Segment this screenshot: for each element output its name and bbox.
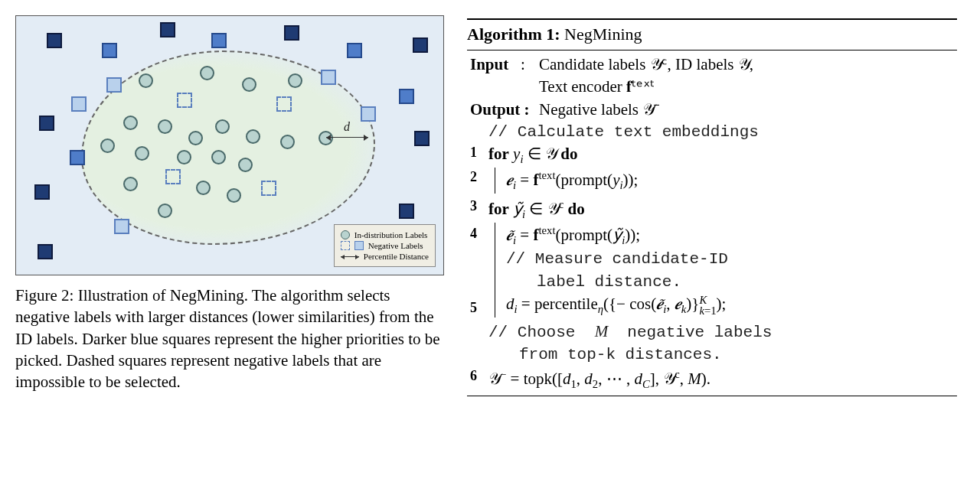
algo-rule-bottom bbox=[467, 396, 957, 396]
line-number: 5 bbox=[470, 298, 488, 318]
id-label-circle bbox=[139, 73, 153, 88]
negative-label-square bbox=[413, 37, 428, 53]
negative-label-square bbox=[211, 33, 227, 48]
id-label-circle bbox=[123, 177, 138, 191]
negative-label-square bbox=[284, 25, 299, 41]
algo-line-1: for yi ∈ 𝒴 do bbox=[488, 143, 577, 168]
id-label-circle bbox=[123, 116, 138, 130]
algo-comment-1: // Calculate text embeddings bbox=[488, 121, 759, 143]
algo-title-name: NegMining bbox=[564, 24, 642, 44]
negative-label-square bbox=[414, 131, 430, 146]
id-label-circle bbox=[158, 119, 172, 134]
algo-comment-3b: from top-k distances. bbox=[488, 344, 722, 366]
algo-rule-top bbox=[467, 18, 957, 20]
negmining-diagram: d In-distribution Labels Negative Labels… bbox=[15, 15, 444, 275]
algo-line-5: di = percentileη({− cos(𝒆̃i, 𝒆k)}Kk=1); bbox=[506, 293, 957, 318]
id-label-circle bbox=[211, 150, 226, 164]
id-label-circle bbox=[238, 158, 253, 172]
id-label-circle bbox=[158, 204, 172, 218]
id-label-circle bbox=[227, 188, 241, 203]
line-number: 2 bbox=[470, 168, 488, 187]
negative-label-dashed-square bbox=[177, 93, 192, 108]
negative-label-square bbox=[47, 33, 62, 48]
algo-input-text-a: Candidate labels 𝒴ᶜ, ID labels 𝒴, bbox=[539, 54, 753, 76]
line-number: 6 bbox=[470, 366, 488, 386]
line-number: 1 bbox=[470, 143, 488, 162]
algorithm-title: Algorithm 1: NegMining bbox=[467, 23, 957, 47]
negative-label-square bbox=[34, 184, 50, 200]
line-number: 4 bbox=[470, 224, 488, 243]
algo-comment-2a: // Measure candidate-ID bbox=[506, 248, 957, 270]
algo-output-label: Output : bbox=[470, 99, 539, 121]
algorithm-block: Algorithm 1: NegMining Input : Candidate… bbox=[467, 15, 957, 467]
negative-label-square bbox=[321, 70, 336, 85]
negative-label-square bbox=[399, 204, 414, 219]
distance-label: d bbox=[344, 120, 350, 134]
id-label-circle bbox=[215, 119, 230, 134]
percentile-distance-arrow bbox=[326, 137, 368, 138]
negative-label-dashed-square bbox=[276, 96, 292, 112]
id-label-circle bbox=[200, 66, 214, 80]
figure-caption: Figure 2: Illustration of NegMining. The… bbox=[15, 285, 444, 393]
algo-line-2: 𝒆i = ftext(prompt(yi)); bbox=[506, 171, 638, 189]
negative-label-square bbox=[71, 96, 87, 112]
algo-comment-3a: // Choose M negative labels bbox=[488, 321, 772, 344]
negative-label-dashed-square bbox=[261, 181, 276, 196]
line-number: 3 bbox=[470, 197, 488, 216]
negative-label-square bbox=[361, 106, 376, 122]
negative-label-square bbox=[399, 89, 414, 104]
legend-id-text: In-distribution Labels bbox=[354, 230, 428, 239]
percentile-arrow-icon bbox=[341, 256, 359, 257]
id-label-circle bbox=[100, 138, 115, 153]
algo-input-label: Input : bbox=[470, 54, 539, 76]
negative-label-icon bbox=[354, 241, 364, 250]
id-label-circle bbox=[135, 146, 149, 161]
algo-line-4: 𝒆̃i = ftext(prompt(ỹi)); bbox=[506, 223, 957, 249]
id-label-circle bbox=[242, 77, 256, 92]
id-label-circle bbox=[246, 129, 260, 144]
legend-perc-text: Percentile Distance bbox=[364, 252, 429, 261]
id-label-circle-icon bbox=[341, 230, 350, 239]
algo-output-text: Negative labels 𝒴⁻ bbox=[539, 99, 659, 121]
negative-label-square bbox=[114, 219, 129, 234]
id-label-circle bbox=[280, 135, 295, 149]
negative-label-square bbox=[102, 43, 117, 58]
negative-label-square bbox=[347, 43, 362, 58]
algo-line-3: for ỹi ∈ 𝒴c do bbox=[488, 197, 585, 223]
id-label-circle bbox=[196, 181, 211, 195]
negative-label-square bbox=[38, 244, 53, 259]
id-label-circle bbox=[188, 131, 203, 145]
algo-title-label: Algorithm 1: bbox=[467, 24, 560, 44]
algo-comment-2b: label distance. bbox=[506, 271, 957, 293]
negative-label-square bbox=[160, 22, 175, 37]
algo-line-6: 𝒴− = topk([d1, d2, ⋯ , dC], 𝒴c, M). bbox=[488, 366, 710, 392]
negative-label-square bbox=[106, 77, 122, 93]
legend-neg-text: Negative Labels bbox=[368, 241, 423, 250]
negative-label-dashed-square bbox=[165, 169, 181, 184]
negative-label-square bbox=[70, 150, 85, 165]
negative-label-dashed-icon bbox=[341, 241, 350, 250]
id-label-circle bbox=[177, 150, 191, 164]
algo-input-text-b: Text encoder 𝐟ᵗᵉˣᵗ bbox=[539, 76, 655, 98]
id-label-circle bbox=[288, 73, 302, 88]
negative-label-square bbox=[39, 116, 54, 131]
diagram-legend: In-distribution Labels Negative Labels P… bbox=[334, 224, 436, 267]
algo-rule-mid bbox=[467, 50, 957, 50]
